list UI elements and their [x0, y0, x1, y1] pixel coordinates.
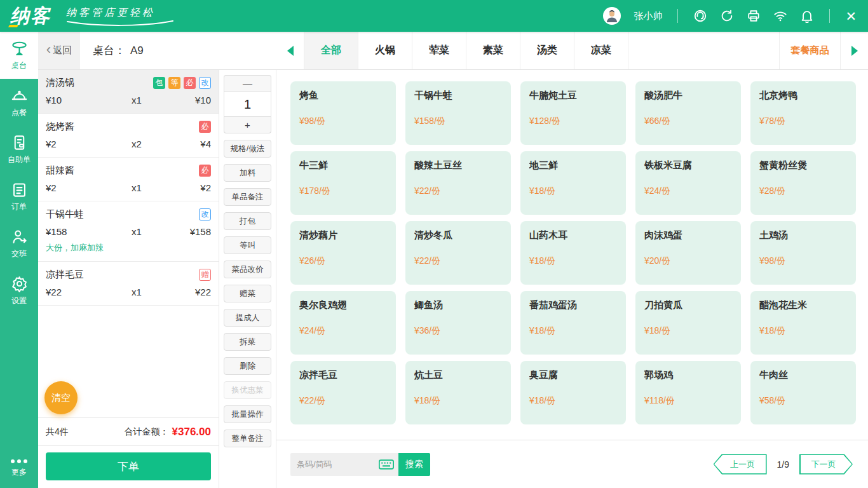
wifi-icon[interactable] — [773, 9, 787, 23]
content: ‹ 返回 桌台： A9 全部火锅荤菜素菜汤类凉菜 套餐商品 清汤锅 — [38, 32, 868, 488]
close-icon[interactable]: ✕ — [845, 10, 857, 23]
submit-order-button[interactable]: 下单 — [46, 452, 211, 480]
order-total-amount: ¥376.00 — [172, 426, 211, 438]
combo-products-button[interactable]: 套餐商品 — [779, 32, 840, 69]
action-button[interactable]: 菜品改价 — [224, 261, 271, 278]
menu-area: 烤鱼 ¥98/份 干锅牛蛙 ¥158/份 牛腩炖土豆 ¥128/份 酸汤肥牛 ¥… — [276, 70, 868, 488]
printer-icon[interactable] — [747, 9, 761, 23]
order-item[interactable]: 甜辣酱 必 ¥2 x1 ¥2 — [38, 158, 219, 201]
tab-vegetable[interactable]: 素菜 — [466, 32, 520, 69]
sidebar-item-self-order[interactable]: 自助单 — [0, 126, 38, 173]
tab-soup[interactable]: 汤类 — [520, 32, 574, 69]
headset-icon[interactable] — [693, 9, 707, 23]
menu-item-price: ¥18/份 — [414, 395, 502, 407]
action-button[interactable]: 加料 — [224, 164, 271, 182]
menu-item-card[interactable]: 土鸡汤 ¥98/份 — [750, 221, 856, 285]
menu-item-card[interactable]: 烤鱼 ¥98/份 — [290, 81, 396, 145]
search-button[interactable]: 搜索 — [398, 453, 430, 476]
action-button[interactable]: 删除 — [224, 357, 271, 375]
action-button[interactable]: 拆菜 — [224, 333, 271, 351]
action-button[interactable]: 提成人 — [224, 309, 271, 327]
menu-item-name: 醋泡花生米 — [759, 299, 847, 311]
action-button: 换优惠菜 — [224, 381, 271, 399]
order-item[interactable]: 清汤锅 包等必改 ¥10 x1 ¥10 — [38, 70, 219, 114]
sidebar-item-label: 更多 — [11, 467, 27, 478]
order-item-unit-price: ¥2 — [46, 139, 118, 149]
table-icon — [11, 40, 28, 57]
menu-item-card[interactable]: 郭场鸡 ¥118/份 — [635, 361, 741, 424]
device-icon — [11, 134, 28, 151]
order-item[interactable]: 干锅牛蛙 改 ¥158 x1 ¥158 大份，加麻加辣 — [38, 201, 219, 262]
main-row: 清汤锅 包等必改 ¥10 x1 ¥10 烧烤酱 必 ¥2 x2 ¥4 甜辣酱 必… — [38, 70, 868, 488]
action-button[interactable]: 等叫 — [224, 236, 271, 254]
menu-item-card[interactable]: 干锅牛蛙 ¥158/份 — [405, 81, 511, 145]
menu-item-card[interactable]: 牛三鲜 ¥178/份 — [290, 151, 396, 215]
menu-item-card[interactable]: 牛肉丝 ¥58/份 — [750, 361, 856, 424]
sidebar: 桌台 点餐 自助单 订单 交班 设置 更多 — [0, 32, 38, 488]
menu-item-card[interactable]: 铁板米豆腐 ¥24/份 — [635, 151, 741, 215]
menu-item-card[interactable]: 山药木耳 ¥18/份 — [520, 221, 626, 285]
order-item-total: ¥22 — [156, 287, 211, 297]
tabs-scroll-right-button[interactable] — [840, 32, 868, 69]
action-button[interactable]: 单品备注 — [224, 188, 271, 206]
menu-item-card[interactable]: 凉拌毛豆 ¥22/份 — [290, 361, 396, 424]
action-button[interactable]: 规格/做法 — [224, 140, 271, 158]
menu-item-card[interactable]: 炕土豆 ¥18/份 — [405, 361, 511, 424]
sidebar-item-settings[interactable]: 设置 — [0, 267, 38, 314]
menu-item-price: ¥18/份 — [759, 325, 847, 337]
order-item[interactable]: 烧烤酱 必 ¥2 x2 ¥4 — [38, 114, 219, 158]
qty-minus-button[interactable]: — — [224, 75, 271, 92]
sidebar-item-ordering[interactable]: 点餐 — [0, 79, 38, 126]
clear-button[interactable]: 清空 — [44, 381, 78, 414]
menu-item-name: 山药木耳 — [529, 229, 617, 241]
menu-item-card[interactable]: 臭豆腐 ¥18/份 — [520, 361, 626, 424]
menu-item-card[interactable]: 酸辣土豆丝 ¥22/份 — [405, 151, 511, 215]
menu-item-price: ¥18/份 — [529, 255, 617, 267]
menu-item-price: ¥66/份 — [644, 116, 732, 127]
menu-item-card[interactable]: 酸汤肥牛 ¥66/份 — [635, 81, 741, 145]
action-button[interactable]: 批量操作 — [224, 405, 271, 423]
menu-item-card[interactable]: 番茄鸡蛋汤 ¥18/份 — [520, 291, 626, 355]
order-item-unit-price: ¥2 — [46, 182, 118, 193]
order-item-badge: 必 — [199, 121, 211, 133]
menu-item-card[interactable]: 地三鲜 ¥18/份 — [520, 151, 626, 215]
tab-cold[interactable]: 凉菜 — [574, 32, 628, 69]
menu-item-card[interactable]: 奥尔良鸡翅 ¥24/份 — [290, 291, 396, 355]
next-page-button[interactable]: 下一页 — [799, 454, 853, 475]
sidebar-item-more[interactable]: 更多 — [0, 459, 38, 478]
menu-item-card[interactable]: 蟹黄粉丝煲 ¥28/份 — [750, 151, 856, 215]
qty-value[interactable]: 1 — [224, 92, 271, 117]
sidebar-item-shift[interactable]: 交班 — [0, 220, 38, 267]
tab-all[interactable]: 全部 — [304, 32, 358, 69]
sidebar-item-orders[interactable]: 订单 — [0, 173, 38, 220]
avatar[interactable] — [603, 7, 621, 25]
sidebar-item-tables[interactable]: 桌台 — [0, 32, 38, 79]
menu-item-name: 酸汤肥牛 — [644, 90, 732, 102]
order-item[interactable]: 凉拌毛豆 赠 ¥22 x1 ¥22 — [38, 262, 219, 306]
action-button[interactable]: 整单备注 — [224, 430, 271, 447]
tabs-zone: 全部火锅荤菜素菜汤类凉菜 套餐商品 — [276, 32, 868, 69]
menu-item-name: 地三鲜 — [529, 159, 617, 172]
sync-icon[interactable] — [720, 9, 734, 23]
keyboard-icon[interactable] — [379, 459, 394, 470]
qty-plus-button[interactable]: + — [224, 117, 271, 133]
tab-meat[interactable]: 荤菜 — [412, 32, 466, 69]
action-button[interactable]: 赠菜 — [224, 285, 271, 302]
menu-item-card[interactable]: 清炒冬瓜 ¥22/份 — [405, 221, 511, 285]
menu-item-card[interactable]: 北京烤鸭 ¥78/份 — [750, 81, 856, 145]
menu-item-price: ¥58/份 — [759, 395, 847, 407]
menu-item-card[interactable]: 鲫鱼汤 ¥36/份 — [405, 291, 511, 355]
menu-item-price: ¥24/份 — [299, 325, 387, 337]
bell-icon[interactable] — [800, 9, 814, 23]
back-button[interactable]: ‹ 返回 — [38, 32, 80, 69]
menu-item-card[interactable]: 醋泡花生米 ¥18/份 — [750, 291, 856, 355]
tabs-scroll-left-button[interactable] — [276, 32, 304, 69]
menu-item-card[interactable]: 清炒藕片 ¥26/份 — [290, 221, 396, 285]
menu-item-card[interactable]: 牛腩炖土豆 ¥128/份 — [520, 81, 626, 145]
action-button[interactable]: 打包 — [224, 212, 271, 230]
prev-page-button[interactable]: 上一页 — [714, 454, 767, 475]
menu-item-card[interactable]: 刀拍黄瓜 ¥18/份 — [635, 291, 741, 355]
tab-hotpot[interactable]: 火锅 — [358, 32, 412, 69]
menu-item-card[interactable]: 肉沫鸡蛋 ¥20/份 — [635, 221, 741, 285]
menu-item-price: ¥178/份 — [299, 186, 387, 197]
